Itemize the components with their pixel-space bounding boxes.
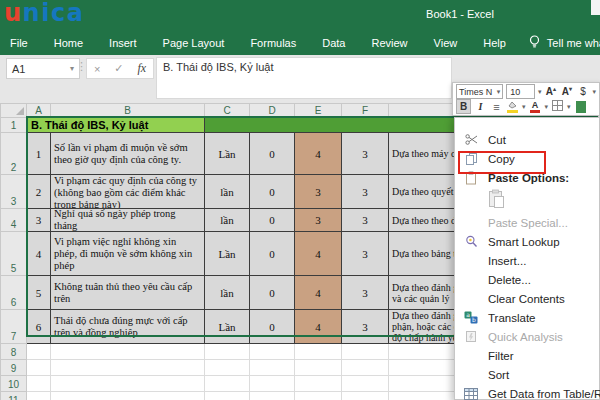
cell-no-3[interactable]: 3: [27, 209, 51, 232]
empty-cell[interactable]: [27, 360, 51, 376]
menu-item-insert[interactable]: Insert...: [455, 251, 599, 270]
accounting-caret-icon[interactable]: ▾: [592, 88, 596, 96]
empty-cell[interactable]: [205, 376, 250, 392]
menu-item-translate[interactable]: ab Translate: [455, 308, 599, 327]
row-header-8[interactable]: 8: [1, 344, 27, 360]
cell-unit-3[interactable]: lần: [205, 209, 250, 232]
empty-cell[interactable]: [51, 376, 205, 392]
select-all-corner[interactable]: [1, 104, 27, 118]
borders-button[interactable]: [551, 99, 564, 114]
row-header-1[interactable]: 1: [1, 118, 27, 133]
cell-d-3[interactable]: 0: [250, 209, 295, 232]
cell-d-5[interactable]: 0: [250, 276, 295, 310]
empty-cell[interactable]: [27, 376, 51, 392]
insert-function-icon[interactable]: fx: [137, 61, 146, 76]
menu-item-sort[interactable]: Sort: [455, 365, 599, 384]
menu-item-smart-lookup[interactable]: Smart Lookup: [455, 232, 599, 251]
cell-criteria-1[interactable]: Số lần vi phạm đi muộn về sớm theo giờ q…: [51, 133, 205, 175]
cell-unit-2[interactable]: lần: [205, 175, 250, 209]
cell-e-3[interactable]: 3: [295, 209, 342, 232]
cell-e-5[interactable]: 4: [295, 276, 342, 310]
row-header-7[interactable]: 7: [1, 310, 27, 344]
increase-font-button[interactable]: A▴: [544, 84, 557, 99]
cell-e-4[interactable]: 4: [295, 232, 342, 276]
cell-e-6[interactable]: 4: [295, 310, 342, 344]
menu-item-get-data[interactable]: Get Data from Table/Range...: [455, 384, 599, 400]
row-header-10[interactable]: 10: [1, 376, 27, 392]
row-header-5[interactable]: 5: [1, 232, 27, 276]
accounting-format-button[interactable]: $: [576, 84, 589, 99]
cell-f-5[interactable]: 3: [342, 276, 389, 310]
cell-d-4[interactable]: 0: [250, 232, 295, 276]
cell-unit-6[interactable]: Lần: [205, 310, 250, 344]
cell-a1-title[interactable]: B. Thái độ IBS, Kỷ luật: [27, 118, 205, 133]
decrease-font-button[interactable]: A▾: [560, 84, 573, 99]
empty-cell[interactable]: [250, 376, 295, 392]
empty-cell[interactable]: [295, 344, 342, 360]
name-box[interactable]: A1 ▾: [6, 58, 80, 79]
tab-formulas[interactable]: Formulas: [237, 37, 309, 49]
row-header-2[interactable]: 2: [1, 133, 27, 175]
empty-cell[interactable]: [342, 344, 389, 360]
font-name-dropdown[interactable]: Times N ▾: [456, 84, 503, 99]
menu-item-clear-contents[interactable]: Clear Contents: [455, 289, 599, 308]
cell-unit-5[interactable]: lần: [205, 276, 250, 310]
fill-color-caret-icon[interactable]: ▾: [522, 103, 526, 111]
empty-cell[interactable]: [51, 360, 205, 376]
empty-cell[interactable]: [51, 344, 205, 360]
cell-criteria-4[interactable]: Vi phạm việc nghỉ không xin phép, đi muộ…: [51, 232, 205, 276]
cell-criteria-5[interactable]: Không tuân thủ theo yêu cầu cấp trên: [51, 276, 205, 310]
enter-icon[interactable]: ✓: [114, 62, 123, 75]
cell-no-2[interactable]: 2: [27, 175, 51, 209]
font-color-caret-icon[interactable]: ▾: [545, 103, 549, 111]
col-header-d[interactable]: D: [250, 104, 295, 118]
font-size-caret-icon[interactable]: ▾: [538, 88, 542, 96]
tab-review[interactable]: Review: [358, 37, 420, 49]
cell-criteria-3[interactable]: Nghỉ quá số ngày phép trong tháng: [51, 209, 205, 232]
empty-cell[interactable]: [27, 392, 51, 400]
cell-criteria-6[interactable]: Thái độ chưa đúng mực với cấp trên và đồ…: [51, 310, 205, 344]
formula-input[interactable]: B. Thái độ IBS, Kỷ luật: [156, 57, 452, 99]
empty-cell[interactable]: [27, 344, 51, 360]
cancel-icon[interactable]: ×: [94, 63, 100, 75]
cell-f-2[interactable]: 3: [342, 175, 389, 209]
col-header-f[interactable]: F: [342, 104, 389, 118]
empty-cell[interactable]: [250, 344, 295, 360]
row-header-11[interactable]: 11: [1, 392, 27, 400]
tab-home[interactable]: Home: [41, 37, 96, 49]
col-header-c[interactable]: C: [205, 104, 250, 118]
align-center-button[interactable]: ≡: [490, 99, 503, 114]
cell-d-1[interactable]: 0: [250, 133, 295, 175]
cell-criteria-2[interactable]: Vi phạm các quy định của công ty (không …: [51, 175, 205, 209]
cell-f-3[interactable]: 3: [342, 209, 389, 232]
row-header-6[interactable]: 6: [1, 276, 27, 310]
menu-item-paste-button[interactable]: [455, 187, 599, 213]
menu-item-filter[interactable]: Filter: [455, 346, 599, 365]
cell-f-4[interactable]: 3: [342, 232, 389, 276]
menu-item-delete[interactable]: Delete...: [455, 270, 599, 289]
cell-no-6[interactable]: 6: [27, 310, 51, 344]
font-color-button[interactable]: A: [529, 99, 542, 114]
clipped-toolbar-icon[interactable]: [576, 101, 586, 113]
tab-file[interactable]: File: [0, 37, 41, 49]
tab-insert[interactable]: Insert: [96, 37, 150, 49]
col-header-b[interactable]: B: [51, 104, 205, 118]
empty-cell[interactable]: [295, 392, 342, 400]
cell-d-2[interactable]: 0: [250, 175, 295, 209]
tab-view[interactable]: View: [421, 37, 471, 49]
empty-cell[interactable]: [295, 376, 342, 392]
cell-f-6[interactable]: 3: [342, 310, 389, 344]
empty-cell[interactable]: [342, 392, 389, 400]
col-header-e[interactable]: E: [295, 104, 342, 118]
bold-button[interactable]: B: [456, 99, 471, 114]
empty-cell[interactable]: [250, 392, 295, 400]
fill-color-button[interactable]: [506, 99, 519, 114]
empty-cell[interactable]: [250, 360, 295, 376]
font-size-dropdown[interactable]: 10: [506, 84, 535, 99]
menu-item-paste-options[interactable]: Paste Options:: [455, 168, 599, 187]
row-header-4[interactable]: 4: [1, 209, 27, 232]
empty-cell[interactable]: [51, 392, 205, 400]
cell-unit-1[interactable]: Lần: [205, 133, 250, 175]
cell-no-1[interactable]: 1: [27, 133, 51, 175]
name-box-caret-icon[interactable]: ▾: [70, 64, 74, 73]
